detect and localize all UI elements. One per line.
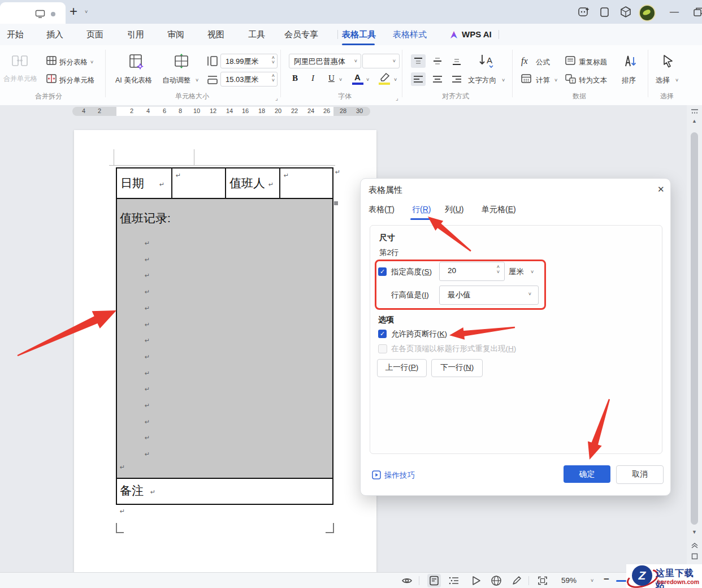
- scroll-down-icon[interactable]: ▼: [692, 529, 697, 535]
- break-across-checkbox[interactable]: ✓: [378, 330, 387, 338]
- cell-person[interactable]: 值班人: [229, 175, 265, 191]
- halign-right-button[interactable]: [449, 72, 464, 86]
- repeat-title-button[interactable]: 重复标题: [579, 58, 607, 67]
- prev-page-icon[interactable]: [691, 542, 698, 548]
- zoom-out-button[interactable]: −: [604, 574, 609, 585]
- tab-table-style[interactable]: 表格样式: [393, 24, 427, 45]
- vertical-scrollbar[interactable]: ▲ ▼: [687, 105, 702, 572]
- zoom-level[interactable]: 59%: [561, 576, 577, 585]
- calc-button[interactable]: 计算: [536, 76, 550, 85]
- split-table-caret-icon[interactable]: ˅: [90, 59, 93, 65]
- ai-assistant-icon[interactable]: [578, 6, 590, 18]
- scrollbar-thumb[interactable]: [691, 132, 698, 525]
- halign-center-button[interactable]: [430, 72, 445, 86]
- tab-list-caret-icon[interactable]: ˅: [85, 9, 88, 15]
- split-cell-button[interactable]: 拆分单元格: [59, 76, 95, 85]
- tab-row[interactable]: 行(R): [412, 205, 431, 215]
- ruler-body[interactable]: [116, 107, 333, 116]
- split-window-icon[interactable]: [599, 6, 610, 18]
- font-color-button[interactable]: A: [354, 72, 361, 82]
- tab-page[interactable]: 页面: [86, 24, 103, 45]
- tab-wps-ai[interactable]: WPS AI: [462, 24, 492, 45]
- bold-button[interactable]: B: [292, 74, 298, 83]
- eye-icon[interactable]: [401, 575, 413, 586]
- valign-bottom-button[interactable]: [449, 54, 464, 68]
- document-tab[interactable]: [0, 2, 66, 24]
- autofit-button[interactable]: 自动调整: [162, 76, 190, 85]
- tips-link[interactable]: 操作技巧: [384, 470, 415, 481]
- new-tab-button[interactable]: +: [66, 4, 81, 20]
- tab-table[interactable]: 表格(T): [369, 205, 395, 215]
- to-text-button[interactable]: 转为文本: [579, 76, 607, 85]
- ai-beautify-table-button[interactable]: AI 美化表格: [115, 76, 152, 85]
- ruler-margin-right[interactable]: [333, 107, 370, 116]
- tab-insert[interactable]: 插入: [46, 24, 63, 45]
- document-page[interactable]: 日期 值班人 ↵ ↵ ↵ ↵ ↵ 值班记录: ↵↵↵↵↵↵↵↵↵↵↵↵↵↵ ↵ …: [74, 130, 376, 572]
- close-icon[interactable]: ✕: [657, 184, 665, 194]
- maximize-button[interactable]: [694, 7, 702, 17]
- tab-review[interactable]: 审阅: [167, 24, 184, 45]
- app-box-icon[interactable]: [619, 6, 632, 18]
- ruler-margin-left[interactable]: [72, 107, 116, 116]
- outline-view-icon[interactable]: [448, 575, 460, 586]
- tab-view[interactable]: 视图: [207, 24, 224, 45]
- width-spinner[interactable]: ˄˅: [272, 55, 275, 65]
- ruler-toggle-icon[interactable]: [691, 107, 699, 115]
- split-table-button[interactable]: 拆分表格: [59, 58, 88, 67]
- next-row-button[interactable]: 下一行(N): [431, 359, 483, 377]
- autofit-caret-icon[interactable]: ˅: [196, 77, 198, 83]
- select-caret-icon[interactable]: ˅: [675, 77, 678, 83]
- tab-reference[interactable]: 引用: [127, 24, 144, 45]
- column-width-input[interactable]: 18.99厘米 ˄˅: [220, 54, 278, 68]
- tab-cell[interactable]: 单元格(E): [482, 205, 516, 215]
- valign-middle-button[interactable]: [430, 54, 445, 68]
- font-name-select[interactable]: 阿里巴巴普惠体 ˅: [289, 54, 361, 68]
- user-avatar[interactable]: [639, 5, 656, 21]
- zoom-caret-icon[interactable]: ˅: [591, 578, 593, 583]
- italic-button[interactable]: I: [311, 74, 314, 83]
- unsaved-dot: [51, 12, 55, 16]
- selection-handle[interactable]: [334, 201, 338, 205]
- calc-caret-icon[interactable]: ˅: [554, 77, 557, 83]
- zoom-slider[interactable]: [616, 580, 626, 582]
- valign-top-button[interactable]: [411, 54, 426, 68]
- halign-left-button[interactable]: [411, 72, 426, 86]
- height-spinner[interactable]: ˄˅: [272, 73, 275, 83]
- scroll-up-icon[interactable]: ▲: [692, 118, 697, 124]
- font-color-caret-icon[interactable]: ˅: [366, 77, 369, 83]
- underline-caret-icon[interactable]: ˅: [339, 77, 342, 83]
- table-note-row[interactable]: [116, 478, 333, 505]
- text-direction-caret-icon[interactable]: ˅: [502, 77, 505, 83]
- formula-button[interactable]: 公式: [536, 58, 550, 67]
- tab-home[interactable]: 开始: [7, 24, 24, 45]
- rotate-text-icon[interactable]: A: [478, 53, 497, 69]
- text-direction-button[interactable]: 文字方向: [468, 76, 496, 85]
- font-size-select[interactable]: ˅: [362, 54, 400, 68]
- highlight-caret-icon[interactable]: ˅: [394, 77, 397, 83]
- web-view-icon[interactable]: [491, 575, 502, 586]
- tab-column[interactable]: 列(U): [445, 205, 463, 215]
- row-height-input[interactable]: 15.03厘米 ˄˅: [220, 72, 278, 87]
- highlight-icon[interactable]: [379, 72, 391, 81]
- prev-row-button[interactable]: 上一行(P): [377, 359, 427, 377]
- page-select-icon[interactable]: [691, 553, 698, 560]
- ok-button[interactable]: 确定: [564, 465, 610, 483]
- minimize-button[interactable]: —: [670, 7, 678, 17]
- sort-button[interactable]: 排序: [622, 76, 636, 85]
- play-icon[interactable]: [470, 575, 482, 586]
- cell-date[interactable]: 日期: [120, 175, 144, 191]
- tab-tools[interactable]: 工具: [248, 24, 265, 45]
- pen-icon[interactable]: [511, 575, 522, 586]
- select-cursor-icon: [661, 54, 675, 69]
- split-table-icon: [46, 56, 57, 66]
- fullscreen-icon[interactable]: [537, 575, 548, 586]
- cancel-button[interactable]: 取消: [616, 465, 664, 484]
- merge-cells-icon[interactable]: [11, 53, 31, 70]
- underline-button[interactable]: U: [328, 74, 335, 83]
- tab-table-tool[interactable]: 表格工具: [342, 24, 376, 45]
- select-button[interactable]: 选择: [656, 76, 670, 85]
- font-expand-icon[interactable]: ⌟: [396, 95, 398, 101]
- cell-size-expand-icon[interactable]: ⌟: [275, 95, 278, 101]
- tab-member[interactable]: 会员专享: [284, 24, 318, 45]
- page-view-button[interactable]: [427, 574, 441, 587]
